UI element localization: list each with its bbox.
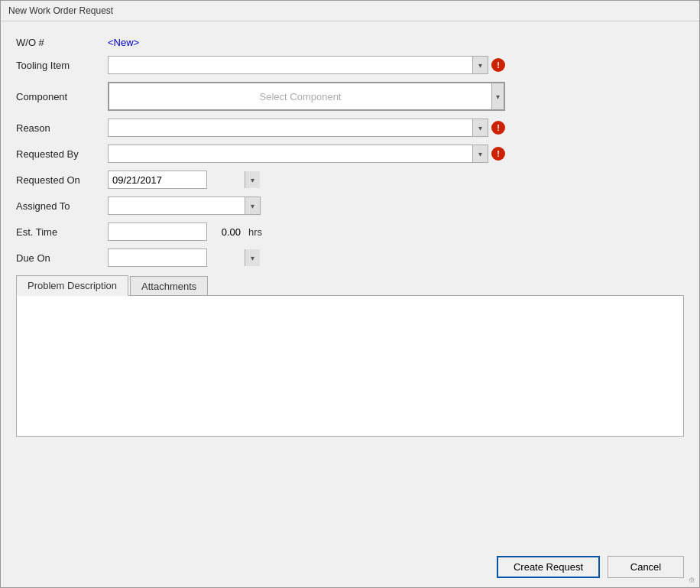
tooling-item-row: Tooling Item ! <box>16 56 684 74</box>
cancel-button[interactable]: Cancel <box>608 556 684 578</box>
component-field-wrapper: Select Component <box>108 82 505 111</box>
wo-field-wrapper: <New> <box>108 37 505 48</box>
reason-input[interactable] <box>109 119 472 136</box>
reason-label: Reason <box>16 122 108 134</box>
assigned-to-input[interactable] <box>109 199 245 213</box>
requested-by-select[interactable] <box>108 145 488 163</box>
requested-on-label: Requested On <box>16 174 108 186</box>
component-dropdown-btn[interactable] <box>491 83 504 109</box>
requested-on-row: Requested On <box>16 171 684 189</box>
footer: Create Request Cancel <box>1 547 699 587</box>
tooling-item-field-wrapper: ! <box>108 56 505 74</box>
component-select-button[interactable]: Select Component <box>108 82 505 111</box>
requested-on-dropdown-btn[interactable] <box>245 171 260 188</box>
component-label: Component <box>16 91 108 102</box>
tooling-item-select[interactable] <box>108 56 488 74</box>
est-time-field-wrapper: hrs <box>108 223 505 241</box>
requested-by-dropdown-btn[interactable] <box>472 145 488 162</box>
est-time-box[interactable]: hrs <box>108 223 207 241</box>
due-on-label: Due On <box>16 252 108 264</box>
tooling-item-label: Tooling Item <box>16 60 108 71</box>
reason-row: Reason ! <box>16 119 684 137</box>
tab-attachments[interactable]: Attachments <box>130 276 208 296</box>
est-time-row: Est. Time hrs <box>16 223 684 241</box>
assigned-to-field-wrapper <box>108 197 505 215</box>
tab-content-problem <box>16 295 684 437</box>
assigned-to-dropdown-btn[interactable] <box>245 197 260 214</box>
wo-value: <New> <box>108 37 139 48</box>
reason-dropdown-btn[interactable] <box>472 119 488 136</box>
resize-handle[interactable]: ⟰ <box>689 577 698 586</box>
due-on-dropdown-btn[interactable] <box>245 249 260 266</box>
assigned-to-row: Assigned To <box>16 197 684 215</box>
est-time-suffix: hrs <box>245 226 266 238</box>
assigned-to-select[interactable] <box>108 197 261 215</box>
wo-row: W/O # <New> <box>16 37 684 48</box>
main-window: New Work Order Request W/O # <New> Tooli… <box>0 0 700 588</box>
requested-by-field-wrapper: ! <box>108 145 505 163</box>
requested-by-label: Requested By <box>16 148 108 160</box>
tooling-item-required-icon: ! <box>491 58 505 72</box>
est-time-input[interactable] <box>109 225 245 239</box>
requested-on-field-wrapper <box>108 171 505 189</box>
due-on-input[interactable] <box>109 251 245 265</box>
reason-field-wrapper: ! <box>108 119 505 137</box>
tab-header: Problem Description Attachments <box>16 275 684 295</box>
window-title: New Work Order Request <box>8 5 113 16</box>
tabs-area: Problem Description Attachments <box>16 275 684 437</box>
requested-on-input[interactable] <box>109 173 245 187</box>
due-on-field-wrapper <box>108 249 505 267</box>
assigned-to-label: Assigned To <box>16 200 108 212</box>
due-on-row: Due On <box>16 249 684 267</box>
tab-problem-description[interactable]: Problem Description <box>16 275 128 296</box>
tooling-item-input[interactable] <box>109 57 472 73</box>
wo-label: W/O # <box>16 37 108 48</box>
requested-by-row: Requested By ! <box>16 145 684 163</box>
form-area: W/O # <New> Tooling Item ! Component <box>1 21 699 547</box>
create-request-button[interactable]: Create Request <box>497 556 600 578</box>
reason-select[interactable] <box>108 119 488 137</box>
requested-by-input[interactable] <box>109 145 472 162</box>
requested-on-date-select[interactable] <box>108 171 207 189</box>
due-on-date-select[interactable] <box>108 249 207 267</box>
est-time-label: Est. Time <box>16 226 108 238</box>
requested-by-required-icon: ! <box>491 147 505 161</box>
title-bar: New Work Order Request <box>1 1 699 21</box>
component-placeholder: Select Component <box>109 91 491 102</box>
component-row: Component Select Component <box>16 82 684 111</box>
reason-required-icon: ! <box>491 121 505 135</box>
tooling-item-dropdown-btn[interactable] <box>472 57 488 73</box>
problem-description-textarea[interactable] <box>17 296 683 436</box>
